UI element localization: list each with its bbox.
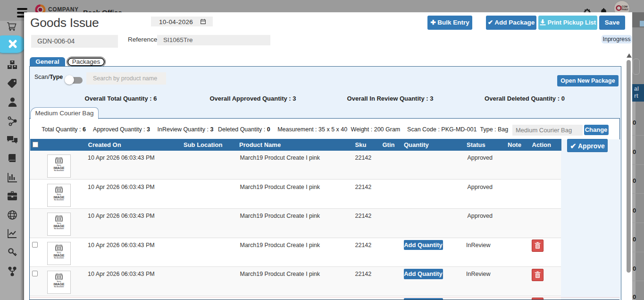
svg-text:IMAGE: IMAGE [53, 254, 64, 257]
svg-text:Not Available: Not Available [54, 170, 64, 171]
svg-text:PANY: PANY [622, 8, 629, 11]
svg-text:Not Available: Not Available [54, 228, 64, 230]
svg-text:IMAGE: IMAGE [53, 196, 64, 199]
svg-text:Not Available: Not Available [54, 199, 64, 201]
svg-text:Not Available: Not Available [54, 257, 64, 259]
svg-text:IMAGE: IMAGE [53, 283, 64, 286]
svg-text:IMAGE: IMAGE [53, 224, 64, 228]
svg-text:IMAGE: IMAGE [53, 166, 64, 170]
svg-text:Not Available: Not Available [54, 286, 64, 288]
